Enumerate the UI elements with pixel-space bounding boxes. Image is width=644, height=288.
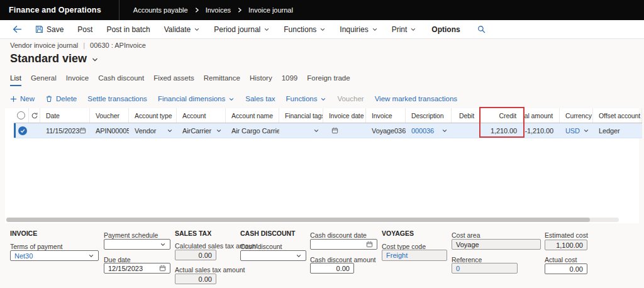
cell-offset-account-type[interactable]: Ledger [593,123,642,138]
journal-lines-grid: Date Voucher Account type Account Accoun… [5,108,639,223]
tab-list[interactable]: List [10,74,21,86]
app-title[interactable]: Finance and Operations [0,6,119,14]
post-in-batch-button[interactable]: Post in batch [99,20,157,38]
col-header-financial-tags[interactable]: Financial tags [279,108,323,123]
calendar-icon[interactable] [79,127,86,134]
inquiries-menu[interactable]: Inquiries [333,20,384,38]
col-header-currency[interactable]: Currency [560,108,593,123]
chevron-down-icon[interactable] [583,128,589,134]
chevron-down-icon [372,26,378,33]
col-header-account[interactable]: Account [177,108,226,123]
period-journal-menu[interactable]: Period journal [207,20,277,38]
view-marked-transactions-button[interactable]: View marked transactions [375,95,457,102]
col-header-date[interactable]: Date [40,108,90,123]
chevron-down-icon [319,26,326,33]
due-date-field[interactable]: 12/15/2023 [104,263,170,274]
top-navigation-bar: Finance and Operations Accounts payable … [0,0,644,20]
col-header-description[interactable]: Description [406,108,452,123]
cell-debit[interactable] [452,123,481,138]
payment-schedule-select[interactable] [104,239,170,250]
col-header-credit[interactable]: Credit [481,108,523,123]
actual-cost-field[interactable]: 0.00 [545,263,587,274]
cell-voucher[interactable]: APIN000052 [90,123,129,138]
new-button[interactable]: New [10,95,35,102]
cash-discount-date-field[interactable] [310,239,377,250]
cash-discount-select[interactable] [240,250,306,261]
save-button[interactable]: Save [28,20,70,38]
col-header-total-amount[interactable]: Total amount [523,108,560,123]
back-button[interactable] [6,25,28,33]
horizontal-scrollbar[interactable] [6,218,619,222]
cell-invoice[interactable]: Voyage036 [366,123,406,138]
tab-foreign-trade[interactable]: Foreign trade [307,74,350,86]
table-row[interactable]: 11/15/2023 APIN000052 Vendor AirCarrier … [14,123,642,138]
scrollbar-thumb[interactable] [6,218,590,222]
cell-account-name[interactable]: Air Cargo Carrier [226,123,279,138]
calendar-icon[interactable] [366,241,373,248]
col-header-invoice[interactable]: Invoice [366,108,406,123]
breadcrumb-invoices[interactable]: Invoices [206,6,231,14]
cell-currency[interactable]: USD [560,123,593,138]
calendar-icon[interactable] [331,127,338,134]
tab-1099[interactable]: 1099 [282,74,298,86]
cost-area-field: Voyage [452,239,541,250]
col-header-debit[interactable]: Debit [452,108,481,123]
sales-tax-section-title: SALES TAX [175,230,211,237]
validate-menu[interactable]: Validate [157,20,207,38]
page-caption: Vendor invoice journal | 00630 : APInvoi… [10,42,146,49]
chevron-right-icon [236,7,243,13]
chevron-down-icon[interactable] [167,128,173,134]
cash-discount-amount-field[interactable]: 0.00 [310,263,354,274]
chevron-down-icon[interactable] [216,128,222,134]
tab-cash-discount[interactable]: Cash discount [98,74,144,86]
cell-total-amount[interactable]: -1,210.00 [523,123,560,138]
tab-remittance[interactable]: Remittance [204,74,240,86]
col-header-voucher[interactable]: Voucher [90,108,129,123]
financial-dimensions-menu[interactable]: Financial dimensions [158,95,235,102]
chevron-down-icon [88,253,94,259]
cell-date[interactable]: 11/15/2023 [40,123,90,138]
tab-general[interactable]: General [31,74,57,86]
chevron-down-icon[interactable] [441,128,448,134]
cell-account[interactable]: AirCarrier [177,123,226,138]
terms-of-payment-select[interactable]: Net30 [10,250,99,261]
refresh-icon[interactable] [29,108,40,123]
tab-fixed-assets[interactable]: Fixed assets [153,74,194,86]
cell-financial-tags[interactable] [279,123,323,138]
chevron-down-icon[interactable] [313,128,319,134]
trash-icon [45,95,53,102]
cell-credit[interactable]: 1,210.00 [481,123,523,138]
col-header-account-type[interactable]: Account type [129,108,177,123]
col-header-account-name[interactable]: Account name [226,108,279,123]
col-header-invoice-date[interactable]: Invoice date [323,108,366,123]
reference-field: 0 [452,263,518,274]
functions-grid-menu[interactable]: Functions [286,95,327,102]
breadcrumb-invoice-journal[interactable]: Invoice journal [248,6,293,14]
tab-strip: List General Invoice Cash discount Fixed… [10,74,350,86]
chevron-down-icon [320,96,326,102]
cell-invoice-date[interactable] [323,123,366,138]
actual-sales-tax-label: Actual sales tax amount [175,266,245,274]
tab-history[interactable]: History [250,74,272,86]
col-header-offset-account-type[interactable]: Offset account type [593,108,642,123]
breadcrumb-accounts-payable[interactable]: Accounts payable [133,6,188,14]
row-checkbox[interactable] [14,123,29,138]
cell-description[interactable]: 000036 [406,123,452,138]
view-title[interactable]: Standard view [10,52,99,65]
post-button[interactable]: Post [70,20,99,38]
functions-menu[interactable]: Functions [277,20,333,38]
search-icon[interactable] [477,25,486,33]
estimated-cost-label: Estimated cost [545,231,588,239]
voucher-button: Voucher [337,95,364,102]
terms-of-payment-label: Terms of payment [10,243,62,250]
delete-button[interactable]: Delete [45,95,77,102]
select-all-checkbox[interactable] [14,108,29,123]
settle-transactions-button[interactable]: Settle transactions [87,95,147,102]
calendar-icon[interactable] [159,265,166,272]
options-button[interactable]: Options [423,20,468,38]
print-menu[interactable]: Print [385,20,424,38]
cash-discount-section-title: CASH DISCOUNT [240,230,296,237]
cell-account-type[interactable]: Vendor [129,123,177,138]
sales-tax-button[interactable]: Sales tax [245,95,275,102]
tab-invoice[interactable]: Invoice [66,74,89,86]
